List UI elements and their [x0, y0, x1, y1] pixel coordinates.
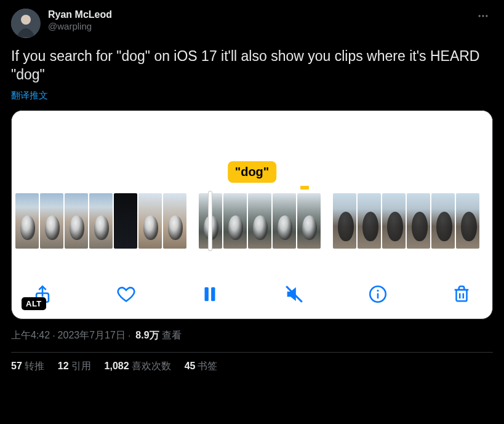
- timeline-frame: [163, 193, 186, 249]
- timeline-frame: [358, 193, 381, 249]
- search-term-bubble: "dog": [228, 161, 277, 183]
- timeline-frame: [456, 193, 479, 249]
- clip-group-3[interactable]: [333, 193, 479, 249]
- display-name[interactable]: Ryan McLeod: [48, 9, 473, 21]
- tweet-stats: 57转推 12引用 1,082喜欢次数 45书签: [11, 360, 493, 373]
- timeline-frame: [89, 193, 113, 249]
- quotes-count: 12: [58, 361, 69, 371]
- svg-point-10: [377, 290, 378, 292]
- svg-rect-11: [456, 290, 466, 301]
- svg-point-1: [21, 15, 31, 25]
- svg-point-3: [482, 15, 484, 17]
- tweet-date[interactable]: 2023年7月17日: [58, 329, 126, 342]
- pause-icon[interactable]: [196, 281, 223, 308]
- divider: [11, 352, 493, 353]
- timeline-frame: [248, 193, 271, 249]
- timeline-frame: [407, 193, 430, 249]
- svg-point-4: [486, 15, 487, 17]
- timeline-frame: [431, 193, 455, 249]
- avatar[interactable]: [11, 9, 41, 38]
- svg-rect-6: [205, 287, 209, 302]
- video-timeline[interactable]: [12, 191, 492, 251]
- timeline-frame: [333, 193, 356, 249]
- likes-stat[interactable]: 1,082喜欢次数: [105, 360, 171, 373]
- meta-separator: ·: [52, 330, 55, 342]
- svg-rect-7: [212, 287, 215, 302]
- clip-group-2[interactable]: [199, 193, 321, 249]
- tweet-container: Ryan McLeod @warpling If you search for …: [0, 0, 504, 379]
- timeline-frame: [223, 193, 247, 249]
- views-count[interactable]: 8.9万: [135, 329, 159, 342]
- timeline-frame: [297, 193, 321, 249]
- likes-count: 1,082: [105, 361, 129, 371]
- bubble-tick: [300, 186, 309, 190]
- clip-group-1[interactable]: [15, 193, 186, 249]
- timeline-frame: [15, 193, 39, 249]
- quotes-stat[interactable]: 12引用: [58, 360, 91, 373]
- views-label: 查看: [162, 329, 182, 342]
- timeline-frame: [382, 193, 406, 249]
- playhead[interactable]: [209, 191, 212, 250]
- trash-icon[interactable]: [448, 281, 475, 308]
- timeline-frame: [65, 193, 88, 249]
- bookmarks-count: 45: [185, 361, 196, 371]
- media-card[interactable]: "dog": [11, 110, 493, 319]
- meta-separator: ·: [128, 330, 130, 342]
- retweets-stat[interactable]: 57转推: [11, 360, 44, 373]
- tweet-time[interactable]: 上午4:42: [11, 329, 50, 342]
- alt-badge[interactable]: ALT: [22, 297, 46, 310]
- retweets-label: 转推: [25, 361, 44, 371]
- media-controls: [12, 281, 492, 308]
- timeline-frame: [40, 193, 63, 249]
- bookmarks-stat[interactable]: 45书签: [185, 360, 218, 373]
- media-whitespace: [12, 111, 492, 166]
- info-icon[interactable]: [364, 281, 391, 308]
- retweets-count: 57: [11, 361, 22, 371]
- quotes-label: 引用: [71, 361, 91, 371]
- svg-point-2: [479, 15, 481, 17]
- tweet-text: If you search for "dog" on iOS 17 it'll …: [11, 47, 493, 84]
- translate-link[interactable]: 翻译推文: [11, 90, 493, 102]
- more-icon[interactable]: [473, 9, 493, 26]
- timeline-frame: [138, 193, 162, 249]
- timeline-frame: [114, 193, 137, 249]
- mute-icon[interactable]: [281, 281, 308, 308]
- tweet-meta: 上午4:42 · 2023年7月17日 · 8.9万 查看: [11, 329, 493, 342]
- author-names: Ryan McLeod @warpling: [48, 9, 473, 32]
- tweet-header: Ryan McLeod @warpling: [11, 9, 493, 38]
- likes-label: 喜欢次数: [132, 361, 171, 371]
- bookmarks-label: 书签: [198, 361, 217, 371]
- timeline-frame: [273, 193, 296, 249]
- heart-icon[interactable]: [113, 281, 140, 308]
- handle[interactable]: @warpling: [48, 21, 473, 32]
